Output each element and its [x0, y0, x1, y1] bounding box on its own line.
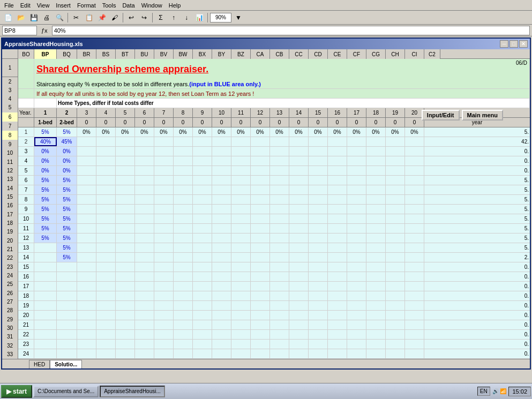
cell-row8-c18[interactable] [366, 195, 386, 204]
cell-row24-c19[interactable] [386, 349, 405, 358]
cell-year-16[interactable]: 16 [18, 272, 34, 281]
cell-row14-c20[interactable] [405, 253, 424, 262]
cell-year-17[interactable]: 17 [18, 282, 34, 291]
cell-row10-c14[interactable] [289, 214, 309, 223]
cell-row19-c5[interactable] [116, 301, 135, 310]
cell-row2-c14[interactable] [289, 137, 309, 146]
cell-row7-c14[interactable] [289, 185, 309, 194]
cell-row6-c19[interactable] [386, 176, 405, 185]
cell-row24-c9[interactable] [193, 349, 212, 358]
cell-row23-c17[interactable] [347, 340, 366, 349]
col-header-CC[interactable]: CC [289, 49, 309, 59]
cell-row7-c6[interactable] [135, 185, 154, 194]
cell-row11-c10[interactable] [212, 224, 231, 233]
cell-row3-c10[interactable] [212, 147, 231, 156]
cell-row8-c13[interactable] [270, 195, 289, 204]
cell-row6-c6[interactable] [135, 176, 154, 185]
cell-BO-1[interactable] [18, 59, 34, 79]
cell-row18-c18[interactable] [366, 291, 386, 300]
cell-row23-c18[interactable] [366, 340, 386, 349]
cell-row19-c4[interactable] [96, 301, 116, 310]
cell-row13-c12[interactable] [251, 243, 270, 252]
cell-row15-c9[interactable] [193, 262, 212, 272]
cell-row24-c16[interactable] [328, 349, 347, 358]
col-header-CF[interactable]: CF [347, 49, 366, 59]
sum-button[interactable]: Σ [155, 12, 167, 24]
cell-row19-c7[interactable] [154, 301, 174, 310]
redo-button[interactable]: ↪ [138, 12, 150, 24]
cell-row19-c16[interactable] [328, 301, 347, 310]
cell-row12-c9[interactable] [193, 234, 212, 243]
cell-row3-c15[interactable] [309, 147, 328, 156]
cell-row5-col1[interactable]: 0% [34, 166, 57, 175]
cell-row3-c18[interactable] [366, 147, 386, 156]
cell-row17-col1[interactable] [34, 282, 57, 291]
cell-row3-c3[interactable] [77, 147, 96, 156]
cell-row13-c11[interactable] [231, 243, 251, 252]
cell-row3-c7[interactable] [154, 147, 174, 156]
cell-row4-col1[interactable]: 0% [34, 156, 57, 165]
cell-row22-c13[interactable] [270, 330, 289, 339]
cell-year-19[interactable]: 19 [18, 301, 34, 310]
save-button[interactable]: 💾 [28, 12, 40, 24]
cell-row12-c3[interactable] [77, 234, 96, 243]
cell-row14-c10[interactable] [212, 253, 231, 262]
cell-row20-c4[interactable] [96, 311, 116, 320]
cell-row9-c5[interactable] [116, 205, 135, 214]
cell-row12-c14[interactable] [289, 234, 309, 243]
cell-row6-c8[interactable] [174, 176, 193, 185]
cell-row14-col2[interactable]: 5% [57, 253, 77, 262]
cell-row2-c8[interactable] [174, 137, 193, 146]
cell-row16-c18[interactable] [366, 272, 386, 281]
cell-row11-c19[interactable] [386, 224, 405, 233]
cell-row18-c19[interactable] [386, 291, 405, 300]
cell-row15-c4[interactable] [96, 262, 116, 272]
cell-row24-c10[interactable] [212, 349, 231, 358]
cell-row2-c7[interactable] [154, 137, 174, 146]
col-header-CH[interactable]: CH [386, 49, 405, 59]
cell-row8-c10[interactable] [212, 195, 231, 204]
cell-row6-col2[interactable]: 5% [57, 176, 77, 185]
cell-year-20[interactable]: 20 [18, 311, 34, 320]
cell-year-18[interactable]: 18 [18, 291, 34, 300]
cell-row1-c3[interactable]: 0% [77, 127, 96, 137]
cell-row18-c11[interactable] [231, 291, 251, 300]
cell-row8-col2[interactable]: 5% [57, 195, 77, 204]
cell-row21-col2[interactable] [57, 320, 77, 329]
cell-row7-c18[interactable] [366, 185, 386, 194]
cell-row1-c19[interactable]: 0% [386, 127, 405, 137]
cell-row19-c10[interactable] [212, 301, 231, 310]
cell-year-13[interactable]: 13 [18, 243, 34, 252]
col-header-BS[interactable]: BS [96, 49, 116, 59]
copy-button[interactable]: 📋 [83, 12, 95, 24]
cell-row7-c8[interactable] [174, 185, 193, 194]
cell-row13-c14[interactable] [289, 243, 309, 252]
cell-row15-c13[interactable] [270, 262, 289, 272]
cell-row6-c11[interactable] [231, 176, 251, 185]
cell-row19-c12[interactable] [251, 301, 270, 310]
cell-row11-c18[interactable] [366, 224, 386, 233]
zoom-dropdown[interactable]: ▼ [233, 12, 244, 24]
cell-row1-c12[interactable]: 0% [251, 127, 270, 137]
cell-year-14[interactable]: 14 [18, 253, 34, 262]
cell-row16-c3[interactable] [77, 272, 96, 281]
col-header-BU[interactable]: BU [135, 49, 154, 59]
cell-row21-c11[interactable] [231, 320, 251, 329]
cell-row14-c7[interactable] [154, 253, 174, 262]
menu-file[interactable]: File [1, 1, 17, 10]
cell-row21-c14[interactable] [289, 320, 309, 329]
cell-row17-c5[interactable] [116, 282, 135, 291]
cell-row1-c13[interactable]: 0% [270, 127, 289, 137]
cell-row9-c6[interactable] [135, 205, 154, 214]
cell-row3-c19[interactable] [386, 147, 405, 156]
formula-input[interactable]: 40% [52, 26, 530, 35]
cell-title[interactable]: Shared Ownership scheme appraiser. 06/D [34, 59, 530, 79]
col-header-BR[interactable]: BR [77, 49, 96, 59]
cell-row9-col1[interactable]: 5% [34, 205, 57, 214]
cell-row7-c16[interactable] [328, 185, 347, 194]
cell-row22-c15[interactable] [309, 330, 328, 339]
col-header-CI[interactable]: CI [405, 49, 424, 59]
cell-row16-col2[interactable] [57, 272, 77, 281]
cell-row23-c20[interactable] [405, 340, 424, 349]
menu-insert[interactable]: Insert [53, 1, 74, 10]
